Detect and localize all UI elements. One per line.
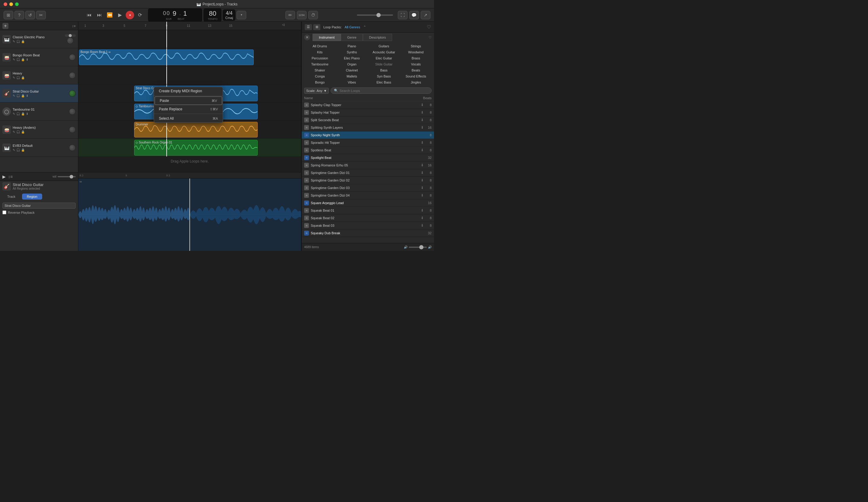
cat-woodwind[interactable]: Woodwind bbox=[400, 50, 432, 55]
lock-button[interactable]: 🔒 bbox=[21, 94, 25, 98]
go-to-start-button[interactable]: ⏪ bbox=[105, 11, 114, 19]
list-item[interactable]: ≋ Splashy Hat Topper ⬇ 8 bbox=[302, 109, 434, 116]
list-view-button[interactable]: ☰ bbox=[305, 24, 312, 30]
browser-close-button[interactable]: ✕ bbox=[304, 34, 310, 40]
volume-knob[interactable] bbox=[69, 90, 76, 97]
cat-slide-guitar[interactable]: Slide Guitar bbox=[368, 62, 400, 67]
list-item[interactable]: ≋ Split Seconds Beat ⬇ 8 bbox=[302, 116, 434, 124]
volume-knob[interactable] bbox=[67, 38, 74, 44]
cat-all-drums[interactable]: All Drums bbox=[304, 43, 335, 49]
grid-view-button[interactable]: ⊞ bbox=[313, 24, 320, 30]
track-sort-button[interactable]: ↕≡ bbox=[72, 24, 76, 28]
tab-descriptors[interactable]: Descriptors bbox=[363, 34, 392, 41]
scale-selector[interactable]: Scale: Any ▼ bbox=[304, 88, 329, 94]
window-controls[interactable] bbox=[3, 2, 19, 6]
track-lane-strat-disco-guitar[interactable]: Strat Disco Guitar ∞ Create Empty MIDI R… bbox=[79, 84, 301, 103]
cat-conga[interactable]: Conga bbox=[304, 74, 335, 79]
create-empty-midi-region-item[interactable]: Create Empty MIDI Region bbox=[154, 87, 223, 95]
list-item[interactable]: ≋ Springtime Garden Dizi 02 ⬇ 8 bbox=[302, 177, 434, 184]
lock-button[interactable]: 🔒 bbox=[21, 148, 25, 152]
minimize-button[interactable] bbox=[9, 2, 13, 6]
play-button[interactable]: ▶ bbox=[115, 11, 124, 19]
volume-knob[interactable] bbox=[69, 126, 76, 133]
volume-knob[interactable] bbox=[69, 72, 76, 79]
editor-sort-button[interactable]: ↕≡ bbox=[8, 174, 13, 179]
loop-item-download-icon[interactable]: ⬇ bbox=[421, 163, 424, 167]
cat-sound-effects[interactable]: Sound Effects bbox=[400, 74, 432, 79]
cat-organ[interactable]: Organ bbox=[336, 62, 368, 67]
cat-strings[interactable]: Strings bbox=[400, 43, 432, 49]
list-item[interactable]: ≋ Springtime Garden Dizi 03 ⬇ 8 bbox=[302, 184, 434, 192]
library-button[interactable]: ⊞ bbox=[3, 11, 13, 19]
cat-elec-piano[interactable]: Elec Piano bbox=[336, 55, 368, 61]
cycle-button[interactable]: ⟳ bbox=[135, 11, 144, 19]
metronome-button[interactable]: ⏱ bbox=[308, 11, 318, 19]
loop-packs-arrow[interactable]: ⌃ bbox=[363, 25, 366, 29]
track-lane-bongo-room-beat[interactable]: Bongo Room Beat.1 ∞ bbox=[79, 48, 301, 66]
editor-volume-slider[interactable] bbox=[58, 176, 76, 177]
lock-button[interactable]: 🔒 bbox=[21, 130, 25, 134]
list-item[interactable]: ≋ Spooky Night Synth 8 bbox=[302, 132, 434, 139]
pencil-tool[interactable]: ✏ bbox=[286, 11, 295, 19]
list-item[interactable]: ≋ Spotless Beat ⬇ 8 bbox=[302, 146, 434, 154]
footer-vol-thumb[interactable] bbox=[419, 245, 423, 249]
solo-button[interactable]: 🎧 bbox=[16, 76, 20, 79]
maximize-button[interactable] bbox=[15, 2, 19, 6]
list-item[interactable]: ≋ Spotlight Beat 32 bbox=[302, 154, 434, 162]
cat-brass[interactable]: Brass bbox=[400, 55, 432, 61]
chat-button[interactable]: 💬 bbox=[409, 11, 419, 19]
mute-button[interactable]: ✎ bbox=[13, 94, 15, 98]
loop-item-download-icon[interactable]: ⬇ bbox=[421, 193, 424, 197]
cat-clavinet[interactable]: Clavinet bbox=[336, 68, 368, 73]
fullscreen-button[interactable]: ⛶ bbox=[398, 11, 407, 19]
cat-vibes[interactable]: Vibes bbox=[336, 80, 368, 85]
volume-thumb[interactable] bbox=[376, 13, 381, 17]
share-button[interactable]: ↗ bbox=[421, 11, 431, 19]
cat-syn-bass[interactable]: Syn Bass bbox=[368, 74, 400, 79]
drummer-region[interactable]: Drummer bbox=[134, 122, 258, 137]
track-lane-heavy[interactable] bbox=[79, 66, 301, 84]
list-item[interactable]: ≋ Squeak Beat 03 ⬇ 8 bbox=[302, 222, 434, 229]
lock-button[interactable]: 🔒 bbox=[21, 58, 25, 61]
region-name-input[interactable] bbox=[2, 203, 76, 209]
download-button[interactable]: ⬇ bbox=[26, 112, 28, 115]
cat-acoustic-guitar[interactable]: Acoustic Guitar bbox=[368, 50, 400, 55]
search-box[interactable]: 🔍 bbox=[331, 88, 432, 94]
solo-button[interactable]: 🎧 bbox=[16, 40, 20, 43]
volume-slider[interactable] bbox=[357, 14, 393, 16]
volume-knob[interactable] bbox=[69, 144, 76, 151]
cat-shaker[interactable]: Shaker bbox=[304, 68, 335, 73]
cat-bongo[interactable]: Bongo bbox=[304, 80, 335, 85]
loop-item-download-icon[interactable]: ⬇ bbox=[421, 110, 424, 115]
search-input[interactable] bbox=[339, 89, 428, 93]
cat-kits[interactable]: Kits bbox=[304, 50, 335, 55]
loop-item-download-icon[interactable]: ⬇ bbox=[421, 223, 424, 228]
list-item[interactable]: ≋ Spring Romance Erhu 05 ⬇ 16 bbox=[302, 162, 434, 169]
favorite-button[interactable]: ♡ bbox=[427, 24, 431, 30]
paste-item[interactable]: Paste ⌘V bbox=[155, 96, 222, 105]
organ-region[interactable]: ◇ Southern Rock Organ 01 bbox=[134, 140, 258, 156]
list-item[interactable]: ≋ Springtime Garden Dizi 04 ⬇ 8 bbox=[302, 192, 434, 199]
loop-item-download-icon[interactable]: ⬇ bbox=[421, 178, 424, 182]
loop-item-download-icon[interactable]: ⬇ bbox=[421, 125, 424, 130]
undo-button[interactable]: ↺ bbox=[25, 11, 35, 19]
mute-button[interactable]: ✎ bbox=[13, 148, 15, 152]
lock-button[interactable]: 🔒 bbox=[21, 112, 25, 115]
list-item[interactable]: ≋ Sporadic Hit Topper ⬇ 8 bbox=[302, 139, 434, 146]
cat-percussion[interactable]: Percussion bbox=[304, 55, 335, 61]
cat-piano[interactable]: Piano bbox=[336, 43, 368, 49]
loop-item-download-icon[interactable]: ⬇ bbox=[421, 208, 424, 213]
record-button[interactable]: ● bbox=[126, 11, 134, 19]
signature-arrow[interactable]: ▼ bbox=[237, 11, 246, 19]
cat-elec-guitar[interactable]: Elec Guitar bbox=[368, 55, 400, 61]
tab-region[interactable]: Region bbox=[22, 194, 42, 199]
loop-item-download-icon[interactable]: ⬇ bbox=[421, 216, 424, 220]
track-lane-evb3[interactable]: ◇ Southern Rock Organ 01 bbox=[79, 139, 301, 157]
cat-guitars[interactable]: Guitars bbox=[368, 43, 400, 49]
loop-item-download-icon[interactable]: ⬇ bbox=[421, 148, 424, 152]
select-all-item[interactable]: Select All ⌘A bbox=[154, 115, 223, 122]
close-button[interactable] bbox=[3, 2, 7, 6]
cat-elec-bass[interactable]: Elec Bass bbox=[368, 80, 400, 85]
list-item[interactable]: ≋ Splitting Synth Layers ⬇ 16 bbox=[302, 124, 434, 132]
tab-genre[interactable]: Genre bbox=[341, 34, 363, 41]
